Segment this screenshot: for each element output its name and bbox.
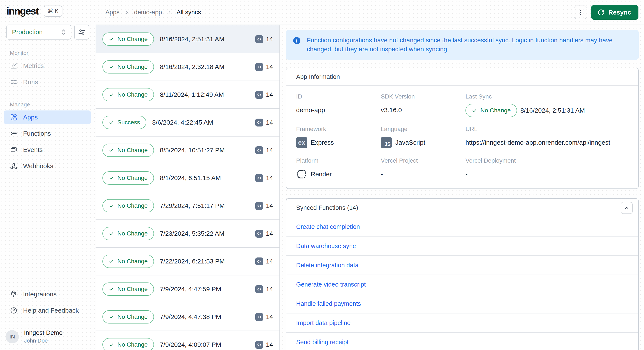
- sync-row[interactable]: No Change 8/1/2024, 6:51:15 AM 14: [96, 164, 280, 192]
- command-k-shortcut[interactable]: ⌘ K: [44, 5, 63, 17]
- status-badge: No Change: [102, 310, 154, 324]
- field-value: v3.16.0: [381, 104, 466, 116]
- collapse-button[interactable]: [621, 202, 633, 214]
- app-information-grid: ID demo-app SDK Version v3.16.0 Last Syn…: [286, 86, 638, 188]
- function-link-handle-failed-payments[interactable]: Handle failed payments: [296, 300, 361, 307]
- sync-row[interactable]: No Change 7/23/2024, 5:35:22 AM 14: [96, 220, 280, 248]
- breadcrumb: Apps demo-app All syncs: [106, 9, 201, 16]
- field-framework: Framework ex Express: [296, 126, 381, 149]
- function-count: 14: [266, 91, 273, 98]
- function-link-import-data-pipeline[interactable]: Import data pipeline: [296, 320, 351, 327]
- synced-functions-card: Synced Functions (14) Create chat comple…: [286, 198, 639, 350]
- sync-row[interactable]: No Change 7/9/2024, 4:47:59 PM 14: [96, 275, 280, 303]
- sidebar-item-functions[interactable]: Functions: [4, 127, 91, 140]
- sync-timestamp: 8/16/2024, 2:32:18 AM: [160, 63, 224, 70]
- sync-row[interactable]: No Change 7/29/2024, 7:51:17 PM 14: [96, 192, 280, 220]
- function-count-icon: [255, 202, 263, 210]
- sidebar-item-label: Integrations: [23, 291, 57, 298]
- sliders-icon: [78, 28, 86, 36]
- more-options-button[interactable]: [574, 5, 587, 19]
- sync-row[interactable]: No Change 7/9/2024, 4:47:38 PM 14: [96, 303, 280, 331]
- chevron-up-icon: [624, 205, 630, 211]
- javascript-icon: JS: [381, 137, 392, 148]
- status-badge: No Change: [102, 32, 154, 46]
- check-icon: [108, 259, 114, 264]
- function-link-create-chat-completion[interactable]: Create chat completion: [296, 223, 360, 230]
- function-link-generate-video-transcript[interactable]: Generate video transcript: [296, 281, 366, 288]
- function-count-icon: [255, 313, 263, 321]
- status-badge-label: No Change: [118, 91, 148, 98]
- function-count-icon: [255, 258, 263, 265]
- function-count-icon: [255, 285, 263, 293]
- sync-timestamp: 7/29/2024, 7:51:17 PM: [160, 202, 225, 209]
- sync-row[interactable]: No Change 8/5/2024, 10:51:27 PM 14: [96, 137, 280, 164]
- environment-settings-button[interactable]: [74, 24, 89, 39]
- info-banner: Function configurations have not changed…: [286, 30, 639, 60]
- function-row: Delete integration data: [286, 256, 638, 275]
- field-label: URL: [466, 126, 628, 132]
- function-count: 14: [266, 147, 273, 154]
- sidebar-item-runs[interactable]: Runs: [4, 75, 91, 89]
- user-menu[interactable]: IN Inngest Demo John Doe: [0, 324, 95, 347]
- resync-button[interactable]: Resync: [591, 5, 638, 20]
- field-value: demo-app: [296, 104, 381, 116]
- status-badge-label: No Change: [118, 230, 148, 237]
- sidebar-item-metrics[interactable]: Metrics: [4, 59, 91, 73]
- express-icon: ex: [296, 137, 307, 148]
- inngest-logo[interactable]: inngest: [6, 5, 38, 17]
- avatar: IN: [6, 330, 19, 343]
- sync-list: No Change 8/16/2024, 2:51:31 AM 14 No Ch…: [96, 25, 280, 350]
- status-badge-label: No Change: [118, 63, 148, 70]
- environment-select[interactable]: Production: [6, 24, 71, 39]
- function-link-data-warehouse-sync[interactable]: Data warehouse sync: [296, 243, 356, 250]
- app-information-title: App Information: [296, 73, 340, 80]
- breadcrumb-demo-app[interactable]: demo-app: [134, 9, 162, 16]
- status-badge: No Change: [102, 60, 154, 73]
- sync-row[interactable]: Success 8/6/2024, 4:22:45 AM 14: [96, 109, 280, 137]
- sync-row[interactable]: No Change 8/16/2024, 2:32:18 AM 14: [96, 53, 280, 81]
- functions-icon: [10, 130, 18, 137]
- sync-timestamp: 8/16/2024, 2:51:31 AM: [160, 35, 224, 43]
- sidebar-item-help-and-feedback[interactable]: Help and Feedback: [4, 304, 91, 317]
- sync-row[interactable]: No Change 8/16/2024, 2:51:31 AM 14: [96, 25, 280, 53]
- sidebar-item-label: Events: [23, 146, 43, 153]
- function-count: 14: [266, 35, 273, 43]
- sidebar-item-label: Apps: [23, 114, 38, 121]
- sync-timestamp: 7/9/2024, 4:47:59 PM: [160, 286, 221, 293]
- status-badge: No Change: [102, 171, 154, 185]
- check-icon: [108, 92, 114, 97]
- function-row: Generate video transcript: [286, 275, 638, 294]
- breadcrumb-all-syncs: All syncs: [176, 9, 201, 16]
- apps-icon: [10, 113, 18, 121]
- code-brackets-icon: [256, 92, 262, 98]
- function-count: 14: [266, 63, 273, 70]
- field-value: https://inngest-demo-app.onrender.com/ap…: [466, 136, 628, 149]
- sidebar-item-integrations[interactable]: Integrations: [4, 287, 91, 301]
- function-count-icon: [255, 146, 263, 154]
- function-row: Data warehouse sync: [286, 237, 638, 256]
- sidebar: inngest ⌘ K Production Monitor Metrics R…: [0, 0, 95, 350]
- sidebar-item-webhooks[interactable]: Webhooks: [4, 159, 91, 173]
- sync-timestamp: 7/9/2024, 4:47:38 PM: [160, 313, 221, 321]
- sidebar-item-apps[interactable]: Apps: [4, 110, 91, 124]
- logo-row: inngest ⌘ K: [0, 0, 95, 17]
- function-link-send-billing-receipt[interactable]: Send billing receipt: [296, 339, 348, 346]
- sync-row[interactable]: No Change 7/9/2024, 4:09:07 PM 14: [96, 331, 280, 350]
- field-last-sync: Last Sync No Change 8/16/2024, 2:51:31 A…: [466, 93, 628, 117]
- status-badge-label: No Change: [118, 341, 148, 348]
- status-badge-label: No Change: [480, 107, 511, 114]
- sync-row[interactable]: No Change 8/11/2024, 1:12:49 AM 14: [96, 81, 280, 109]
- synced-functions-title: Synced Functions (14): [296, 204, 358, 211]
- status-badge: No Change: [102, 255, 154, 268]
- breadcrumb-apps[interactable]: Apps: [106, 9, 120, 16]
- status-badge-label: No Change: [118, 314, 148, 320]
- webhooks-icon: [10, 162, 18, 170]
- function-link-delete-integration-data[interactable]: Delete integration data: [296, 262, 358, 269]
- status-badge-label: No Change: [118, 202, 148, 209]
- field-label: Platform: [296, 157, 381, 164]
- sync-row[interactable]: No Change 7/22/2024, 6:21:53 PM 14: [96, 248, 280, 275]
- function-count: 14: [266, 202, 273, 209]
- status-badge: No Change: [102, 283, 154, 296]
- status-badge-label: No Change: [118, 175, 148, 181]
- sidebar-item-events[interactable]: Events: [4, 143, 91, 157]
